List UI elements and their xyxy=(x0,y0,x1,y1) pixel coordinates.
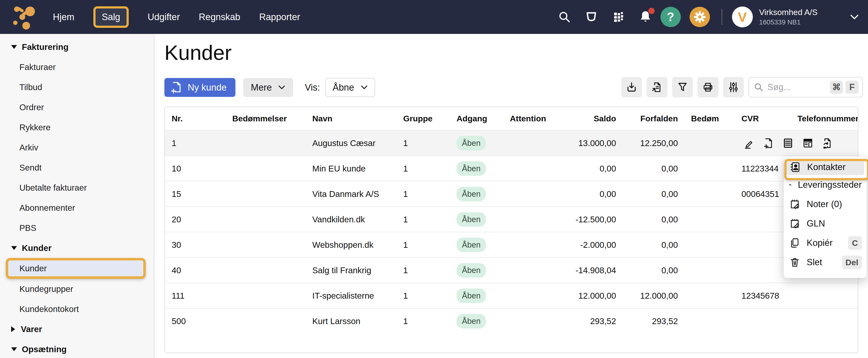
col-header-bedom[interactable]: Bedøm xyxy=(681,114,740,123)
table-row[interactable]: 111 IT-specialisterne 1 Åben 12.000,00 1… xyxy=(165,283,858,308)
cell-gruppe: 1 xyxy=(403,189,457,199)
menu-item-kopier[interactable]: Kopiér C xyxy=(784,233,867,253)
col-header-forfalden[interactable]: Forfalden xyxy=(619,114,681,123)
sidebar-item-kundegrupper[interactable]: Kundegrupper xyxy=(0,279,154,299)
status-badge: Åben xyxy=(457,263,486,278)
table-row[interactable]: 20 Vandkilden.dk 1 Åben -12.500,00 0,00 xyxy=(165,206,858,232)
import-file-button[interactable] xyxy=(647,77,668,97)
col-header-cvr[interactable]: CVR xyxy=(740,114,795,123)
sidebar-item-abonnementer[interactable]: Abonnementer xyxy=(0,198,154,218)
apps-grid-icon[interactable] xyxy=(612,10,625,24)
settings-button[interactable] xyxy=(689,7,710,27)
view-select[interactable]: Åbne xyxy=(326,78,375,97)
recurring-invoice-button[interactable] xyxy=(822,137,833,149)
export-download-button[interactable] xyxy=(621,77,642,97)
company-name: Virksomhed A/S xyxy=(759,7,817,17)
sidebar-item-kundekontokort[interactable]: Kundekontokort xyxy=(0,299,154,319)
col-header-bedommelser[interactable]: Bedømmelser xyxy=(232,114,312,123)
new-customer-button[interactable]: Ny kunde xyxy=(164,78,236,97)
file-plus-icon xyxy=(763,137,774,149)
search-icon[interactable] xyxy=(558,11,571,23)
menu-item-kontakter[interactable]: Kontakter xyxy=(786,159,864,175)
notifications-bell-icon[interactable] xyxy=(639,10,652,24)
account-card-button[interactable] xyxy=(802,137,814,149)
notes-icon xyxy=(789,199,800,210)
salg-annotation-box: Salg xyxy=(93,6,129,28)
help-button[interactable]: ? xyxy=(660,7,681,27)
col-header-gruppe[interactable]: Gruppe xyxy=(403,114,457,123)
invoices-list-button[interactable] xyxy=(782,137,794,149)
cell-saldo: 12.000,00 xyxy=(567,291,619,301)
search-input[interactable] xyxy=(767,82,828,93)
sidebar-item-ordrer[interactable]: Ordrer xyxy=(0,97,154,117)
sidebar-section-kunder[interactable]: Kunder xyxy=(0,238,154,258)
table-row[interactable]: 500 Kurt Larsson 1 Åben 293,52 293,52 xyxy=(165,308,858,333)
new-invoice-button[interactable] xyxy=(763,137,774,149)
cell-nr: 10 xyxy=(172,164,232,173)
table-row[interactable]: 30 Webshoppen.dk 1 Åben -2.000,00 0,00 xyxy=(165,232,858,257)
nav-item-salg[interactable]: Salg xyxy=(102,12,120,22)
cell-gruppe: 1 xyxy=(403,316,457,326)
cell-forfalden: 0,00 xyxy=(619,240,681,250)
table-row[interactable]: 15 Vita Danmark A/S 1 Åben 0,00 0,00 000… xyxy=(165,181,858,206)
nav-item-hjem[interactable]: Hjem xyxy=(53,12,74,22)
cell-gruppe: 1 xyxy=(403,240,457,250)
toolbar-right: ⌘ F xyxy=(621,77,863,97)
sidebar-item-pbs[interactable]: PBS xyxy=(0,218,154,238)
menu-item-leveringssteder[interactable]: Leveringssteder xyxy=(784,175,867,195)
nav-item-regnskab[interactable]: Regnskab xyxy=(199,12,240,22)
status-badge: Åben xyxy=(457,212,486,227)
col-header-telefonnummer[interactable]: Telefonnummer xyxy=(795,114,852,123)
sidebar-section-varer[interactable]: Varer xyxy=(0,319,154,339)
nav-item-rapporter[interactable]: Rapporter xyxy=(259,12,300,22)
brand-logo[interactable] xyxy=(10,4,37,30)
sidebar-item-kunder[interactable]: Kunder xyxy=(6,258,146,279)
caret-down-icon xyxy=(11,246,17,250)
download-icon xyxy=(626,82,638,93)
col-header-attention[interactable]: Attention xyxy=(510,114,567,123)
print-button[interactable] xyxy=(698,77,718,97)
sidebar-section-opsaetning[interactable]: Opsætning xyxy=(0,339,154,358)
company-info[interactable]: Virksomhed A/S 1605339 NB1 xyxy=(759,7,817,26)
more-button[interactable]: Mere xyxy=(243,78,293,97)
col-header-saldo[interactable]: Saldo xyxy=(567,114,619,123)
sidebar-item-tilbud[interactable]: Tilbud xyxy=(0,77,154,97)
top-navbar: Hjem Salg Udgifter Regnskab Rapporter xyxy=(0,0,868,34)
menu-item-gln[interactable]: GLN xyxy=(784,214,867,233)
filter-button[interactable] xyxy=(672,77,693,97)
menu-item-slet[interactable]: Slet Del xyxy=(784,253,867,272)
sidebar-item-fakturaer[interactable]: Fakturaer xyxy=(0,57,154,77)
trash-icon xyxy=(789,257,800,268)
file-import-icon xyxy=(651,82,663,93)
sidebar-item-arkiv[interactable]: Arkiv xyxy=(0,137,154,157)
account-card-icon xyxy=(802,137,814,149)
logo-icon xyxy=(10,4,37,30)
cell-nr: 40 xyxy=(172,265,232,275)
cell-adgang: Åben xyxy=(457,161,510,176)
pencil-icon xyxy=(743,137,754,149)
sidebar-item-ubetalte-fakturaer[interactable]: Ubetalte fakturaer xyxy=(0,177,154,198)
inbox-icon[interactable] xyxy=(585,10,598,24)
cell-saldo: 13.000,00 xyxy=(567,138,619,148)
cell-navn: Augustus Cæsar xyxy=(312,138,403,148)
edit-customer-button[interactable] xyxy=(743,137,754,149)
col-header-nr[interactable]: Nr. xyxy=(172,114,232,123)
gear-icon xyxy=(693,11,706,23)
nav-item-udgifter[interactable]: Udgifter xyxy=(148,12,180,22)
menu-item-noter[interactable]: Noter (0) xyxy=(784,195,867,214)
sidebar-item-sendt[interactable]: Sendt xyxy=(0,157,154,177)
menu-item-label: Kopiér xyxy=(807,238,833,248)
cell-forfalden: 293,52 xyxy=(619,316,681,326)
menu-item-label: Kontakter xyxy=(807,162,845,172)
cell-navn: IT-specialisterne xyxy=(312,291,403,301)
sidebar-item-rykkere[interactable]: Rykkere xyxy=(0,117,154,137)
table-row[interactable]: 40 Salg til Frankrig 1 Åben -14.908,04 0… xyxy=(165,257,858,283)
column-settings-button[interactable] xyxy=(723,77,744,97)
company-avatar[interactable]: V xyxy=(732,6,753,27)
sidebar-section-fakturering[interactable]: Fakturering xyxy=(0,37,154,57)
company-chevron-down-icon[interactable] xyxy=(849,13,860,21)
col-header-adgang[interactable]: Adgang xyxy=(457,114,510,123)
col-header-navn[interactable]: Navn xyxy=(312,114,403,123)
table-row[interactable]: 10 Min EU kunde 1 Åben 0,00 0,00 1122334… xyxy=(165,156,858,181)
notes-icon xyxy=(789,218,800,229)
